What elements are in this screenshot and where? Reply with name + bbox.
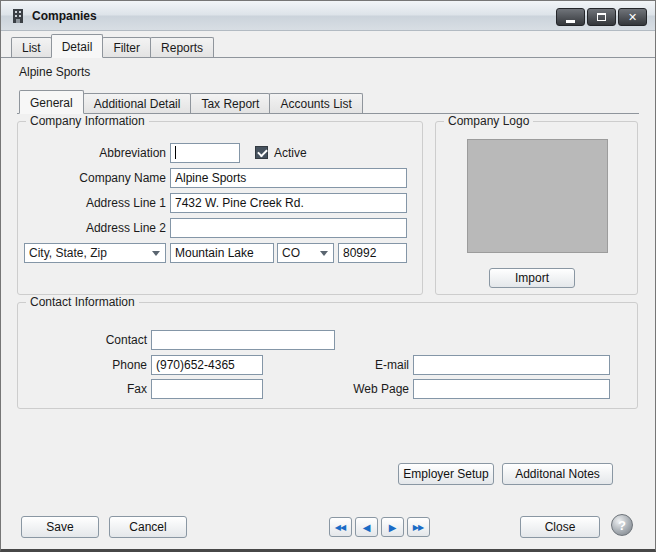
state-dropdown-value: CO <box>282 246 318 260</box>
company-logo-legend: Company Logo <box>444 114 533 128</box>
window-controls: ✕ <box>556 8 647 26</box>
tab-accounts-list[interactable]: Accounts List <box>269 93 362 113</box>
address-line-2-input[interactable] <box>170 218 407 238</box>
web-page-label: Web Page <box>280 379 409 399</box>
company-name-label: Company Name <box>18 168 166 188</box>
tab-general[interactable]: General <box>19 90 84 114</box>
tab-list[interactable]: List <box>11 37 52 57</box>
email-input[interactable] <box>413 355 610 375</box>
previous-record-icon: ◀ <box>363 522 370 533</box>
city-state-zip-dropdown[interactable]: City, State, Zip <box>24 243 166 263</box>
state-dropdown[interactable]: CO <box>277 243 334 263</box>
active-label: Active <box>274 143 307 163</box>
abbreviation-input[interactable] <box>170 143 240 163</box>
email-label: E-mail <box>280 355 409 375</box>
fax-label: Fax <box>18 379 147 399</box>
text-caret <box>175 146 176 159</box>
fax-input[interactable] <box>151 379 263 399</box>
chevron-down-icon <box>320 251 328 256</box>
help-button[interactable]: ? <box>611 514 633 536</box>
web-page-input[interactable] <box>413 379 610 399</box>
first-record-icon: ◀◀ <box>335 523 345 532</box>
cancel-button[interactable]: Cancel <box>109 516 187 538</box>
app-icon <box>10 8 26 24</box>
close-button[interactable]: Close <box>520 516 600 538</box>
city-state-zip-dropdown-value: City, State, Zip <box>29 246 150 260</box>
phone-label: Phone <box>18 355 147 375</box>
contact-information-group: Contact Information Contact Phone Fax E-… <box>17 302 638 409</box>
chevron-down-icon <box>152 251 160 256</box>
abbreviation-label: Abbreviation <box>18 143 166 163</box>
maximize-button[interactable] <box>587 8 616 26</box>
active-checkbox[interactable] <box>255 146 268 159</box>
window-title: Companies <box>32 9 97 23</box>
close-icon: ✕ <box>628 12 637 23</box>
title-bar: Companies ✕ <box>1 1 655 31</box>
company-information-group: Company Information Abbreviation Active … <box>17 121 423 295</box>
minimize-button[interactable] <box>556 8 585 26</box>
record-navigation: ◀◀ ◀ ▶ ▶▶ <box>329 517 430 537</box>
import-button[interactable]: Import <box>489 268 575 288</box>
tab-detail[interactable]: Detail <box>51 34 104 58</box>
city-input[interactable] <box>170 243 274 263</box>
contact-input[interactable] <box>151 330 335 350</box>
close-window-button[interactable]: ✕ <box>618 8 647 26</box>
company-name-input[interactable] <box>170 168 407 188</box>
last-record-button[interactable]: ▶▶ <box>407 517 430 537</box>
tab-filter[interactable]: Filter <box>102 37 151 57</box>
next-record-icon: ▶ <box>389 522 396 533</box>
previous-record-button[interactable]: ◀ <box>355 517 378 537</box>
save-button[interactable]: Save <box>21 516 99 538</box>
tab-additional-detail[interactable]: Additional Detail <box>83 93 192 113</box>
first-record-button[interactable]: ◀◀ <box>329 517 352 537</box>
additional-notes-button[interactable]: Additonal Notes <box>502 463 613 485</box>
minimize-icon <box>566 20 575 23</box>
contact-label: Contact <box>18 330 147 350</box>
main-tab-strip: List Detail Filter Reports <box>1 34 655 58</box>
address-line-1-label: Address Line 1 <box>18 193 166 213</box>
help-icon: ? <box>618 518 626 533</box>
contact-information-legend: Contact Information <box>26 295 139 309</box>
company-information-legend: Company Information <box>26 114 149 128</box>
employer-setup-button[interactable]: Employer Setup <box>398 463 494 485</box>
tab-tax-report[interactable]: Tax Report <box>190 93 270 113</box>
phone-input[interactable] <box>151 355 263 375</box>
tab-reports[interactable]: Reports <box>150 37 214 57</box>
record-title: Alpine Sports <box>19 65 90 79</box>
detail-tab-strip: General Additional Detail Tax Report Acc… <box>17 89 639 114</box>
zip-input[interactable] <box>338 243 407 263</box>
maximize-icon <box>597 13 606 21</box>
next-record-button[interactable]: ▶ <box>381 517 404 537</box>
company-logo-group: Company Logo Import <box>435 121 638 295</box>
address-line-1-input[interactable] <box>170 193 407 213</box>
companies-window: Companies ✕ List Detail Filter Reports A… <box>0 0 656 552</box>
last-record-icon: ▶▶ <box>413 523 423 532</box>
address-line-2-label: Address Line 2 <box>18 218 166 238</box>
company-logo-image <box>467 139 608 253</box>
